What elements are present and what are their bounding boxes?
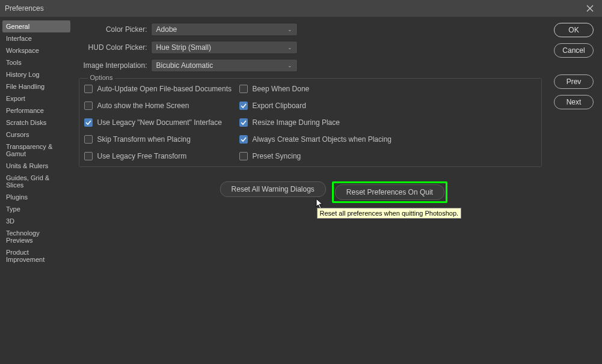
chk-auto-update-docs-label: Auto-Update Open File-based Documents: [97, 85, 232, 93]
sidebar-item-interface[interactable]: Interface: [2, 32, 70, 44]
dialog-button-panel: OK Cancel Prev Next: [542, 17, 602, 364]
chevron-down-icon: ⌄: [287, 44, 292, 50]
chk-export-clipboard[interactable]: [239, 102, 248, 110]
sidebar-item-plugins[interactable]: Plugins: [2, 191, 70, 203]
color-picker-label: Color Picker:: [79, 25, 151, 34]
sidebar-item-type[interactable]: Type: [2, 203, 70, 215]
close-button[interactable]: [583, 2, 597, 15]
sidebar-item-cursors[interactable]: Cursors: [2, 129, 70, 141]
chevron-down-icon: ⌄: [287, 62, 292, 68]
tooltip: Reset all preferences when quitting Phot…: [317, 208, 462, 219]
chk-beep-done[interactable]: [239, 85, 248, 93]
image-interpolation-value: Bicubic Automatic: [156, 61, 213, 70]
sidebar-item-transparency-gamut[interactable]: Transparency & Gamut: [2, 141, 70, 160]
prev-button[interactable]: Prev: [554, 74, 594, 89]
highlight-box: Reset Preferences On Quit: [332, 181, 447, 203]
close-icon: [586, 5, 594, 12]
window-title: Preferences: [5, 4, 44, 13]
sidebar-item-history-log[interactable]: History Log: [2, 68, 70, 80]
chk-resize-during-place-label: Resize Image During Place: [253, 118, 340, 127]
sidebar-item-general[interactable]: General: [2, 20, 70, 32]
hud-color-picker-dropdown[interactable]: Hue Strip (Small) ⌄: [151, 41, 298, 54]
color-picker-value: Adobe: [156, 25, 177, 34]
image-interpolation-dropdown[interactable]: Bicubic Automatic ⌄: [151, 59, 298, 72]
reset-warnings-button[interactable]: Reset All Warning Dialogs: [220, 181, 326, 197]
chk-beep-done-label: Beep When Done: [253, 85, 310, 93]
check-icon: [85, 120, 91, 126]
check-icon: [241, 103, 247, 109]
ok-button[interactable]: OK: [554, 23, 594, 37]
cancel-button[interactable]: Cancel: [554, 43, 594, 58]
sidebar-item-units-rulers[interactable]: Units & Rulers: [2, 160, 70, 172]
sidebar-item-workspace[interactable]: Workspace: [2, 44, 70, 56]
hud-color-picker-value: Hue Strip (Small): [156, 43, 211, 52]
content-pane: Color Picker: Adobe ⌄ HUD Color Picker: …: [73, 17, 542, 364]
sidebar-item-scratch-disks[interactable]: Scratch Disks: [2, 117, 70, 129]
sidebar-item-technology-previews[interactable]: Technology Previews: [2, 227, 70, 246]
chk-legacy-new-doc[interactable]: [84, 118, 93, 127]
titlebar: Preferences: [0, 0, 602, 17]
reset-prefs-button[interactable]: Reset Preferences On Quit: [335, 184, 444, 200]
chevron-down-icon: ⌄: [287, 26, 292, 32]
chk-smart-objects-placing[interactable]: [239, 135, 248, 144]
sidebar-item-performance[interactable]: Performance: [2, 105, 70, 117]
chk-preset-syncing[interactable]: [239, 152, 248, 160]
chk-skip-transform-label: Skip Transform when Placing: [97, 135, 191, 144]
sidebar-item-3d[interactable]: 3D: [2, 215, 70, 227]
hud-color-picker-label: HUD Color Picker:: [79, 43, 151, 52]
chk-auto-show-home-label: Auto show the Home Screen: [97, 102, 189, 110]
sidebar: General Interface Workspace Tools Histor…: [0, 17, 73, 364]
sidebar-item-file-handling[interactable]: File Handling: [2, 80, 70, 93]
check-icon: [241, 120, 247, 126]
chk-skip-transform[interactable]: [84, 135, 93, 144]
sidebar-item-product-improvement[interactable]: Product Improvement: [2, 246, 70, 265]
sidebar-item-tools[interactable]: Tools: [2, 56, 70, 68]
chk-legacy-free-transform[interactable]: [84, 152, 93, 160]
check-icon: [241, 136, 247, 142]
sidebar-item-export[interactable]: Export: [2, 93, 70, 105]
options-group: Options Auto-Update Open File-based Docu…: [79, 78, 542, 167]
chk-legacy-free-transform-label: Use Legacy Free Transform: [97, 152, 187, 160]
sidebar-item-guides-grid-slices[interactable]: Guides, Grid & Slices: [2, 172, 70, 191]
image-interpolation-label: Image Interpolation:: [79, 61, 151, 70]
options-legend: Options: [88, 74, 115, 81]
next-button[interactable]: Next: [554, 95, 594, 109]
color-picker-dropdown[interactable]: Adobe ⌄: [151, 23, 298, 36]
chk-resize-during-place[interactable]: [239, 118, 248, 127]
chk-preset-syncing-label: Preset Syncing: [253, 152, 301, 160]
chk-auto-show-home[interactable]: [84, 102, 93, 110]
chk-legacy-new-doc-label: Use Legacy "New Document" Interface: [97, 118, 222, 127]
chk-smart-objects-placing-label: Always Create Smart Objects when Placing: [253, 135, 392, 144]
chk-auto-update-docs[interactable]: [84, 85, 93, 93]
chk-export-clipboard-label: Export Clipboard: [253, 102, 306, 110]
